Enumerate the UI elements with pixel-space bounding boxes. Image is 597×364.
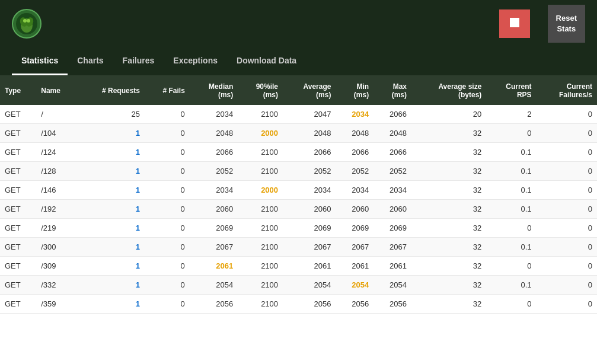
col-fails: # Fails bbox=[145, 76, 190, 105]
table-cell: 2060 bbox=[283, 200, 336, 219]
table-cell: 2056 bbox=[373, 295, 411, 314]
table-cell: 1 bbox=[77, 143, 145, 162]
tab-statistics[interactable]: Statistics bbox=[12, 47, 68, 75]
table-cell: 2056 bbox=[336, 295, 373, 314]
col-name: Name bbox=[36, 76, 77, 105]
table-cell: 2100 bbox=[238, 143, 283, 162]
table-cell: GET bbox=[0, 124, 36, 143]
table-cell: GET bbox=[0, 238, 36, 257]
col-max: Max(ms) bbox=[373, 76, 411, 105]
table-cell: 0 bbox=[145, 238, 190, 257]
col-median: Median(ms) bbox=[190, 76, 238, 105]
table-cell: 2052 bbox=[283, 162, 336, 181]
table-cell: 1 bbox=[77, 181, 145, 200]
table-cell: 32 bbox=[411, 238, 486, 257]
table-cell: 0.1 bbox=[486, 238, 536, 257]
table-cell: 20 bbox=[411, 105, 486, 124]
table-cell: 0 bbox=[486, 219, 536, 238]
table-cell: 0.1 bbox=[486, 276, 536, 295]
table-row: GET/1921020602100206020602060320.10 bbox=[0, 200, 597, 219]
table-row: GET/1461020342000203420342034320.10 bbox=[0, 181, 597, 200]
table-cell: /309 bbox=[36, 257, 77, 276]
table-cell: 2100 bbox=[238, 105, 283, 124]
table-cell: 0 bbox=[145, 200, 190, 219]
table-cell: /359 bbox=[36, 295, 77, 314]
table-cell: 0 bbox=[537, 295, 597, 314]
table-cell: /219 bbox=[36, 219, 77, 238]
reset-stats-button[interactable]: ResetStats bbox=[548, 5, 585, 43]
table-cell: 2052 bbox=[373, 162, 411, 181]
table-cell: 2066 bbox=[336, 143, 373, 162]
table-cell: 2048 bbox=[336, 124, 373, 143]
table-cell: 1 bbox=[77, 257, 145, 276]
table-row: GET/35910205621002056205620563200 bbox=[0, 295, 597, 314]
table-cell: 0 bbox=[486, 124, 536, 143]
table-cell: GET bbox=[0, 276, 36, 295]
table-cell: 2069 bbox=[283, 219, 336, 238]
col-p90: 90%ile(ms) bbox=[238, 76, 283, 105]
table-cell: 2067 bbox=[373, 238, 411, 257]
table-row: GET/3321020542100205420542054320.10 bbox=[0, 276, 597, 295]
col-avg: Average(ms) bbox=[283, 76, 336, 105]
table-cell: 2060 bbox=[373, 200, 411, 219]
table-cell: 2100 bbox=[238, 295, 283, 314]
table-cell: GET bbox=[0, 105, 36, 124]
table-cell: 2034 bbox=[373, 181, 411, 200]
table-row: GET/10410204820002048204820483200 bbox=[0, 124, 597, 143]
col-current-rps: CurrentRPS bbox=[486, 76, 536, 105]
table-cell: 0 bbox=[486, 257, 536, 276]
table-cell: /192 bbox=[36, 200, 77, 219]
table-cell: 2067 bbox=[190, 238, 238, 257]
table-cell: 2100 bbox=[238, 200, 283, 219]
table-cell: 2054 bbox=[190, 276, 238, 295]
table-cell: 2000 bbox=[238, 181, 283, 200]
table-cell: 32 bbox=[411, 162, 486, 181]
col-current-failures: CurrentFailures/s bbox=[537, 76, 597, 105]
table-cell: 2052 bbox=[190, 162, 238, 181]
table-cell: 32 bbox=[411, 295, 486, 314]
table-cell: 0 bbox=[145, 162, 190, 181]
table-cell: 0 bbox=[145, 219, 190, 238]
table-cell: /300 bbox=[36, 238, 77, 257]
table-cell: 2054 bbox=[283, 276, 336, 295]
table-row: GET/1241020662100206620662066320.10 bbox=[0, 143, 597, 162]
table-cell: 0 bbox=[537, 105, 597, 124]
table-cell: 2066 bbox=[373, 143, 411, 162]
tab-failures[interactable]: Failures bbox=[113, 47, 164, 75]
table-cell: 2 bbox=[486, 105, 536, 124]
table-cell: 0 bbox=[145, 276, 190, 295]
table-cell: 1 bbox=[77, 238, 145, 257]
table-cell: 0.1 bbox=[486, 181, 536, 200]
table-cell: 1 bbox=[77, 276, 145, 295]
table-cell: 2048 bbox=[373, 124, 411, 143]
table-cell: 25 bbox=[77, 105, 145, 124]
table-cell: 2000 bbox=[238, 124, 283, 143]
table-cell: 2069 bbox=[373, 219, 411, 238]
table-cell: 0 bbox=[537, 257, 597, 276]
tab-charts[interactable]: Charts bbox=[68, 47, 113, 75]
table-cell: 0 bbox=[145, 124, 190, 143]
table-cell: 2061 bbox=[190, 257, 238, 276]
table-cell: 1 bbox=[77, 162, 145, 181]
table-cell: 32 bbox=[411, 124, 486, 143]
table-cell: 2100 bbox=[238, 162, 283, 181]
stop-button[interactable] bbox=[499, 9, 530, 38]
table-cell: GET bbox=[0, 200, 36, 219]
table-cell: 2100 bbox=[238, 219, 283, 238]
table-cell: 1 bbox=[77, 124, 145, 143]
statistics-table: Type Name # Requests # Fails Median(ms) … bbox=[0, 76, 597, 314]
table-cell: 1 bbox=[77, 295, 145, 314]
table-cell: 0 bbox=[145, 295, 190, 314]
table-cell: 1 bbox=[77, 219, 145, 238]
table-cell: 2061 bbox=[283, 257, 336, 276]
tab-download-data[interactable]: Download Data bbox=[227, 47, 306, 75]
table-cell: 2066 bbox=[373, 105, 411, 124]
table-cell: /124 bbox=[36, 143, 77, 162]
table-cell: 2069 bbox=[336, 219, 373, 238]
table-cell: 2056 bbox=[283, 295, 336, 314]
table-cell: /104 bbox=[36, 124, 77, 143]
table-cell: 0 bbox=[537, 200, 597, 219]
statistics-table-container: Type Name # Requests # Fails Median(ms) … bbox=[0, 76, 597, 314]
tab-exceptions[interactable]: Exceptions bbox=[164, 47, 227, 75]
table-cell: 0 bbox=[537, 238, 597, 257]
